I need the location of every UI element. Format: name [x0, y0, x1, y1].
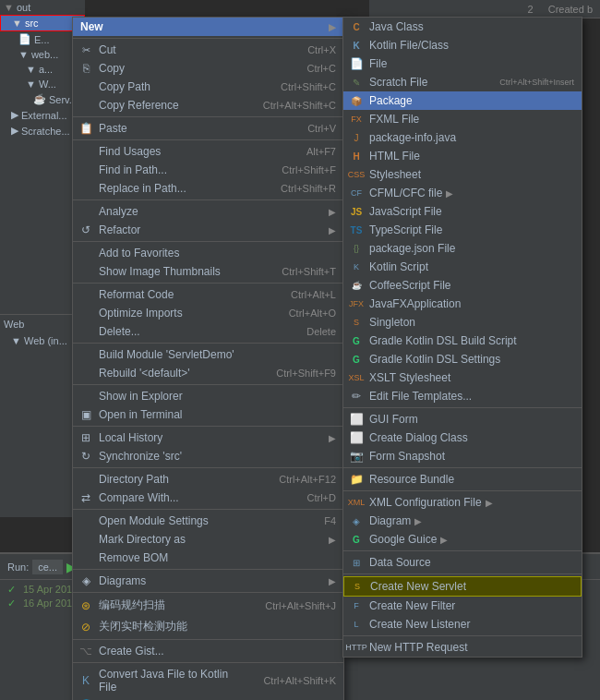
cfml-arrow: ▶	[446, 188, 453, 199]
submenu-item-kotlin[interactable]: K Kotlin File/Class	[343, 36, 582, 54]
refactor-arrow: ▶	[329, 225, 336, 235]
submenu-item-cfml[interactable]: CF CFML/CFC file ▶	[343, 184, 582, 202]
submenu-item-http-request[interactable]: HTTP New HTTP Request	[343, 638, 582, 657]
gradle-build-label: Gradle Kotlin DSL Build Script	[369, 334, 517, 347]
menu-separator-10	[73, 467, 343, 468]
menu-item-compare[interactable]: ⇄ Compare With... Ctrl+D	[73, 489, 343, 507]
tree-label: src	[25, 18, 39, 29]
submenu-item-gui-form[interactable]: ⬜ GUI Form	[343, 410, 582, 428]
menu-item-webservices[interactable]: 🌐 WebServices ▶	[73, 696, 343, 700]
dir-shortcut: Ctrl+Alt+F12	[279, 474, 336, 485]
submenu-item-coffee[interactable]: ☕ CoffeeScript File	[343, 276, 582, 295]
google-icon: G	[349, 532, 364, 547]
menu-item-close-detect[interactable]: ⊘ 关闭实时检测功能	[73, 616, 343, 637]
submenu-item-create-listener[interactable]: L Create New Listener	[343, 615, 582, 634]
menu-item-diagrams[interactable]: ◈ Diagrams ▶	[73, 572, 343, 590]
menu-item-copy-ref[interactable]: Copy Reference Ctrl+Alt+Shift+C	[73, 96, 343, 115]
menu-item-paste[interactable]: 📋 Paste Ctrl+V	[73, 119, 343, 138]
menu-item-remove-bom[interactable]: Remove BOM	[73, 549, 343, 567]
submenu-item-gradle-settings[interactable]: G Gradle Kotlin DSL Settings	[343, 350, 582, 368]
menu-separator-5	[73, 241, 343, 242]
diagram-arrow: ▶	[414, 516, 422, 526]
submenu-item-js[interactable]: JS JavaScript File	[343, 202, 582, 221]
menu-item-show-explorer[interactable]: Show in Explorer	[73, 387, 343, 405]
menu-item-copy[interactable]: ⎘ Copy Ctrl+C	[73, 59, 343, 78]
submenu-item-kotlin-script[interactable]: K Kotlin Script	[343, 258, 582, 276]
menu-item-optimize[interactable]: Optimize Imports Ctrl+Alt+O	[73, 304, 343, 322]
menu-item-find-in-path[interactable]: Find in Path... Ctrl+Shift+F	[73, 161, 343, 179]
compare-icon: ⇄	[78, 490, 93, 505]
ts-icon: TS	[349, 223, 364, 237]
datasource-icon: ⊞	[349, 555, 364, 570]
menu-item-mark-dir[interactable]: Mark Directory as ▶	[73, 530, 343, 549]
menu-item-new[interactable]: New ▶	[73, 18, 343, 36]
menu-separator-12	[73, 569, 343, 570]
submenu-item-resource-bundle[interactable]: 📁 Resource Bundle	[343, 470, 582, 489]
explorer-label: Show in Explorer	[99, 390, 336, 403]
compare-label: Compare With...	[99, 491, 289, 504]
menu-item-copy-path[interactable]: Copy Path Ctrl+Shift+C	[73, 78, 343, 96]
tree-item-out[interactable]: ▼ out	[0, 0, 85, 15]
package-icon: 📦	[349, 93, 364, 108]
menu-item-sync[interactable]: ↻ Synchronize 'src'	[73, 447, 343, 465]
menu-item-reformat[interactable]: Reformat Code Ctrl+Alt+L	[73, 285, 343, 304]
submenu-item-gradle-build[interactable]: G Gradle Kotlin DSL Build Script	[343, 332, 582, 350]
submenu-item-ts[interactable]: TS TypeScript File	[343, 221, 582, 239]
submenu-item-create-servlet[interactable]: S Create New Servlet	[343, 576, 582, 597]
menu-item-dir-path[interactable]: Directory Path Ctrl+Alt+F12	[73, 470, 343, 489]
xml-label: XML Configuration File	[369, 496, 482, 509]
file-icon: 📄	[18, 33, 31, 45]
menu-item-convert[interactable]: K Convert Java File to Kotlin File Ctrl+…	[73, 665, 343, 696]
submenu-item-singleton[interactable]: S Singleton	[343, 313, 582, 332]
reformat-icon	[78, 287, 93, 302]
submenu-item-scratch[interactable]: ✎ Scratch File Ctrl+Alt+Shift+Insert	[343, 73, 582, 91]
submenu-item-java-class[interactable]: C Java Class	[343, 18, 582, 36]
submenu-item-google-guice[interactable]: G Google Guice ▶	[343, 530, 582, 549]
menu-item-add-favorites[interactable]: Add to Favorites	[73, 244, 343, 262]
menu-separator-7	[73, 343, 343, 344]
submenu-item-xml-config[interactable]: XML XML Configuration File ▶	[343, 493, 582, 512]
submenu-item-xslt[interactable]: XSL XSLT Stylesheet	[343, 368, 582, 387]
bom-label: Remove BOM	[99, 551, 336, 564]
submenu-item-html[interactable]: H HTML File	[343, 147, 582, 165]
submenu-item-fxml[interactable]: FX FXML File	[343, 110, 582, 128]
menu-item-analyze[interactable]: Analyze ▶	[73, 202, 343, 221]
submenu-item-edit-templates[interactable]: ✏ Edit File Templates...	[343, 387, 582, 405]
submenu-item-diagram[interactable]: ◈ Diagram ▶	[343, 512, 582, 530]
submenu-item-file[interactable]: 📄 File	[343, 54, 582, 73]
menu-item-scan[interactable]: ⊛ 编码规约扫描 Ctrl+Alt+Shift+J	[73, 595, 343, 616]
submenu-item-create-filter[interactable]: F Create New Filter	[343, 597, 582, 615]
reformat-label: Reformat Code	[99, 288, 272, 301]
menu-item-cut[interactable]: ✂ Cut Ctrl+X	[73, 41, 343, 59]
menu-item-replace-in-path[interactable]: Replace in Path... Ctrl+Shift+R	[73, 179, 343, 198]
submenu-item-json[interactable]: {} package.json File	[343, 239, 582, 258]
submenu-item-package[interactable]: 📦 Package	[343, 91, 582, 110]
menu-separator-9	[73, 426, 343, 427]
tab-ce[interactable]: ce...	[32, 560, 63, 574]
menu-item-find-usages[interactable]: Find Usages Alt+F7	[73, 142, 343, 161]
convert-shortcut: Ctrl+Alt+Shift+K	[263, 675, 336, 686]
menu-item-open-terminal[interactable]: ▣ Open in Terminal	[73, 405, 343, 424]
menu-item-module-settings[interactable]: Open Module Settings F4	[73, 512, 343, 530]
menu-item-show-thumbnails[interactable]: Show Image Thumbnails Ctrl+Shift+T	[73, 262, 343, 281]
submenu-item-css[interactable]: CSS Stylesheet	[343, 165, 582, 184]
submenu-item-javafx[interactable]: JFX JavaFXApplication	[343, 295, 582, 313]
refactor-icon: ↺	[78, 223, 93, 237]
arrow-icon: ▶	[11, 109, 18, 121]
submenu-item-data-source[interactable]: ⊞ Data Source	[343, 553, 582, 572]
gradle-settings-label: Gradle Kotlin DSL Settings	[369, 353, 500, 366]
kotlin-icon: K	[349, 38, 364, 53]
submenu-item-pkg-info[interactable]: J package-info.java	[343, 128, 582, 147]
menu-item-local-history[interactable]: ⊞ Local History ▶	[73, 428, 343, 447]
copy-path-shortcut: Ctrl+Shift+C	[281, 81, 336, 92]
menu-item-build-module[interactable]: Build Module 'ServletDemo'	[73, 345, 343, 364]
menu-item-rebuild[interactable]: Rebuild '<default>' Ctrl+Shift+F9	[73, 364, 343, 382]
settings-shortcut: F4	[324, 515, 336, 526]
menu-item-gist[interactable]: ⌥ Create Gist...	[73, 642, 343, 660]
mark-arrow: ▶	[329, 535, 336, 545]
menu-item-delete[interactable]: Delete... Delete	[73, 322, 343, 341]
js-label: JavaScript File	[369, 205, 442, 218]
submenu-item-form-snapshot[interactable]: 📷 Form Snapshot	[343, 447, 582, 465]
menu-item-refactor[interactable]: ↺ Refactor ▶	[73, 221, 343, 239]
submenu-item-dialog-class[interactable]: ⬜ Create Dialog Class	[343, 428, 582, 447]
